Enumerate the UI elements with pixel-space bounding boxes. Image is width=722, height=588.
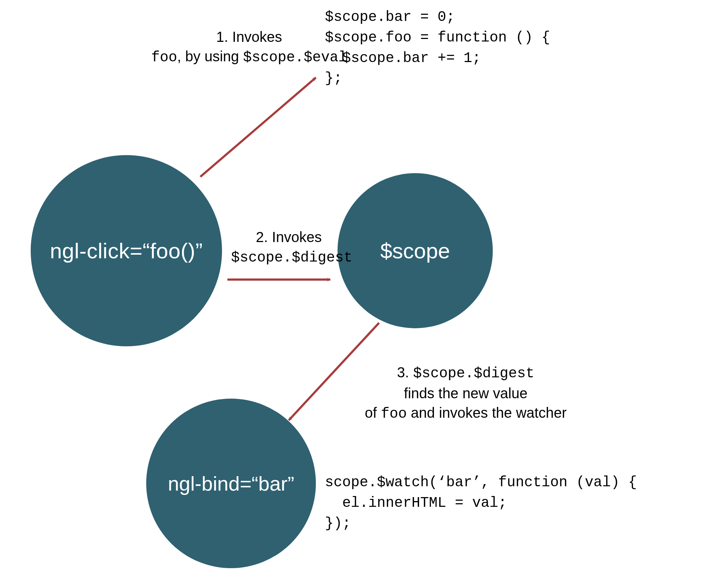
node-ngl-bind: ngl-bind=“bar”	[146, 399, 316, 568]
label-step-3-digest: $scope.$digest	[413, 365, 534, 382]
label-step-1-line1: 1. Invokes	[216, 29, 282, 45]
diagram-canvas: ngl-click=“foo()” $scope ngl-bind=“bar” …	[0, 0, 722, 588]
label-step-1-foo: foo	[151, 49, 177, 66]
label-step-3-pre: 3.	[397, 364, 413, 380]
label-step-1-mid: , by using	[177, 48, 243, 64]
label-step-3: 3. $scope.$digest finds the new value of…	[339, 363, 592, 424]
node-scope: $scope	[338, 173, 493, 328]
label-step-3-post: and invokes the watcher	[407, 405, 566, 421]
label-step-3-of: of	[365, 405, 381, 421]
label-step-1: 1. Invokes foo, by using $scope.$eval	[101, 27, 397, 67]
node-ngl-click-label: ngl-click=“foo()”	[50, 238, 203, 263]
node-ngl-bind-label: ngl-bind=“bar”	[168, 472, 294, 495]
node-scope-label: $scope	[380, 238, 450, 263]
node-ngl-click: ngl-click=“foo()”	[31, 155, 222, 346]
arrow-invokes-foo	[200, 78, 316, 177]
label-step-2: 2. Invokes $scope.$digest	[231, 227, 347, 268]
label-step-1-eval: $scope.$eval	[243, 49, 347, 66]
label-step-2-line1: 2. Invokes	[256, 229, 322, 245]
label-step-2-digest: $scope.$digest	[231, 250, 352, 266]
label-step-3-foo: foo	[381, 406, 407, 422]
label-step-3-line2: finds the new value	[404, 385, 527, 401]
code-snippet-bottom: scope.$watch(‘bar’, function (val) { el.…	[325, 473, 637, 534]
